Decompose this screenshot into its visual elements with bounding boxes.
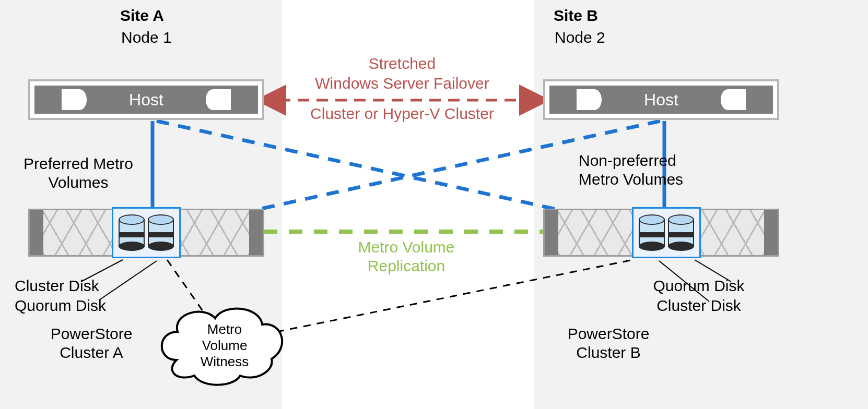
stretched-label-1: Stretched [313,54,491,73]
diskbox-b [632,207,701,258]
host-node1-label: Host [30,90,262,110]
preferred-volumes-label: Preferred MetroVolumes [10,154,146,192]
diagram-stage: { "siteA": { "title": "Site A", "node": … [0,0,868,409]
replication-label: Metro VolumeReplication [349,238,464,275]
site-a-title: Site A [120,6,164,25]
disk-icon [639,214,665,251]
powerstore-a-label: PowerStoreCluster A [31,324,151,362]
stretched-label-3: Cluster or Hyper-V Cluster [290,104,514,123]
host-node1: Host [28,79,264,120]
host-node2-label: Host [545,90,777,110]
disk-icon [148,214,174,251]
clusterdisk-a-label: Cluster Disk [15,276,99,295]
site-b-node: Node 2 [555,28,605,47]
stretched-label-2: Windows Server Failover [290,74,514,93]
site-a-node: Node 1 [121,28,172,47]
site-b-title: Site B [554,6,598,25]
witness-label: MetroVolumeWitness [188,321,261,370]
powerstore-b-label: PowerStoreCluster B [548,324,668,362]
disk-icon [668,214,694,251]
host-node2: Host [543,79,779,120]
quorumdisk-b-label: Quorum Disk [584,276,814,295]
diskbox-a [112,207,181,258]
clusterdisk-b-label: Cluster Disk [584,296,814,315]
disk-icon [119,214,145,251]
nonpreferred-volumes-label: Non-preferredMetro Volumes [579,151,694,189]
quorumdisk-a-label: Quorum Disk [15,296,106,315]
